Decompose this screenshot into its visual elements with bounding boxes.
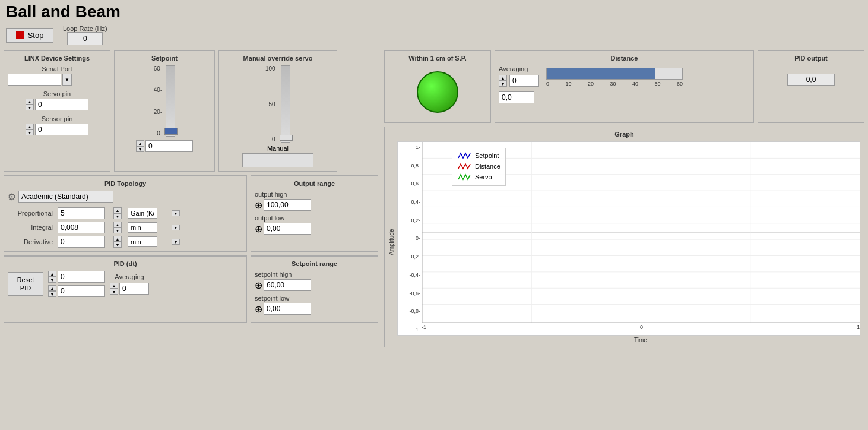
graph-y-label: Amplitude (388, 141, 395, 343)
servo-pin-input[interactable] (35, 99, 88, 110)
setpoint-panel: Setpoint 60- 40- 20- 0- ▲ ▼ (114, 50, 215, 172)
integral-down[interactable]: ▼ (113, 227, 122, 233)
averaging-up-pid-dt[interactable]: ▲ (110, 283, 118, 289)
pid-output-title: PID output (762, 55, 860, 62)
gain-dropdown[interactable]: ▼ (172, 210, 180, 216)
setpoint-high-input[interactable] (264, 279, 311, 291)
distance-bar-ticks: 0 10 20 30 40 50 60 (546, 81, 683, 87)
integral-unit-dropdown[interactable]: ▼ (172, 225, 180, 230)
distance-panel: Distance Averaging ▲ ▼ (495, 50, 754, 123)
app-title: Ball and Beam (6, 2, 862, 21)
output-range-panel: Output range output high ⊕ output low ⊕ (251, 175, 378, 252)
derivative-unit-dropdown[interactable]: ▼ (172, 239, 180, 245)
integral-input[interactable] (58, 222, 105, 233)
setpoint-value-down[interactable]: ▼ (136, 146, 144, 152)
legend-distance-label: Distance (475, 163, 500, 170)
distance-title: Distance (499, 55, 750, 62)
sensor-pin-down[interactable]: ▼ (26, 129, 34, 135)
proportional-input[interactable] (58, 207, 105, 219)
pid-dt-2-up[interactable]: ▲ (48, 285, 56, 291)
graph-area: 1- 0,8- 0,6- 0,4- 0,2- 0- -0,2- -0,4- -0… (397, 141, 860, 336)
setpoint-slider[interactable] (166, 65, 175, 137)
pid-dt-1-up[interactable]: ▲ (48, 271, 56, 277)
proportional-label: Proportional (8, 210, 55, 217)
manual-toggle-button[interactable] (242, 153, 313, 167)
setpoint-value-input[interactable] (145, 140, 193, 152)
manual-servo-y-labels: 100- 50- 0- (265, 65, 277, 143)
graph-title: Graph (388, 131, 860, 138)
manual-servo-panel: Manual override servo 100- 50- 0- Manual (218, 50, 337, 172)
serial-port-dropdown[interactable]: ▼ (62, 74, 72, 86)
setpoint-low-icon: ⊕ (255, 303, 262, 315)
output-low-input[interactable] (264, 223, 311, 235)
loop-rate-label: Loop Rate (Hz) (63, 25, 107, 32)
sensor-pin-input[interactable] (35, 124, 88, 135)
manual-servo-slider[interactable] (281, 65, 290, 143)
manual-label: Manual (223, 145, 333, 152)
graph-legend: Setpoint Distance (452, 148, 506, 186)
derivative-up[interactable]: ▲ (113, 236, 122, 242)
within-sp-title: Within 1 cm of S.P. (408, 55, 467, 62)
topology-select[interactable] (18, 191, 113, 203)
within-sp-led (417, 71, 458, 113)
distance-bar-fill (547, 68, 655, 79)
sensor-pin-up[interactable]: ▲ (26, 124, 34, 129)
serial-port-label: Serial Port (8, 65, 106, 72)
proportional-up[interactable]: ▲ (113, 207, 122, 213)
graph-x-axis: -1 0 1 (422, 323, 860, 335)
pid-dt-2-input[interactable] (58, 285, 105, 297)
setpoint-value-up[interactable]: ▲ (136, 140, 144, 146)
linx-device-title: LINX Device Settings (8, 55, 106, 62)
topology-icon: ⚙ (8, 191, 16, 203)
distance-avg-input[interactable] (509, 75, 539, 87)
distance-bar (546, 68, 683, 80)
integral-unit-input[interactable] (128, 222, 157, 233)
servo-pin-down[interactable]: ▼ (26, 105, 34, 110)
pid-output-value (787, 74, 835, 86)
pid-dt-2-down[interactable]: ▼ (48, 291, 56, 297)
pid-dt-title: PID (dt) (8, 260, 243, 267)
derivative-unit-input[interactable] (128, 236, 157, 247)
servo-pin-up[interactable]: ▲ (26, 99, 34, 105)
pid-dt-panel: PID (dt) ResetPID ▲ ▼ ▲ (4, 255, 247, 322)
distance-avg-down[interactable]: ▼ (499, 81, 507, 87)
averaging-down-pid-dt[interactable]: ▼ (110, 289, 118, 295)
gain-label-input[interactable] (128, 208, 157, 219)
pid-topology-title: PID Topology (8, 180, 243, 187)
averaging-input-pid-dt[interactable] (119, 283, 149, 295)
pid-dt-1-down[interactable]: ▼ (48, 277, 56, 283)
setpoint-low-label: setpoint low (255, 295, 374, 302)
output-high-input[interactable] (264, 199, 311, 211)
distance-averaging-label: Averaging (499, 65, 539, 72)
legend-servo-label: Servo (475, 173, 492, 181)
legend-distance: Distance (457, 162, 500, 171)
integral-up[interactable]: ▲ (113, 222, 122, 227)
setpoint-y-labels: 60- 40- 20- 0- (154, 65, 162, 137)
pid-output-panel: PID output (758, 50, 864, 123)
integral-label: Integral (8, 224, 55, 231)
graph-panel: Graph Amplitude 1- 0,8- 0,6- 0,4- 0,2- 0… (384, 127, 864, 347)
setpoint-title: Setpoint (118, 55, 211, 62)
within-sp-panel: Within 1 cm of S.P. (384, 50, 491, 123)
setpoint-low-input[interactable] (264, 303, 311, 315)
stop-label: Stop (28, 31, 44, 40)
legend-setpoint-label: Setpoint (475, 152, 499, 159)
distance-avg-up[interactable]: ▲ (499, 75, 507, 81)
reset-pid-button[interactable]: ResetPID (8, 272, 43, 296)
loop-rate-input[interactable] (67, 32, 103, 45)
serial-port-input[interactable] (8, 74, 61, 86)
graph-x-label: Time (397, 337, 860, 343)
setpoint-high-icon: ⊕ (255, 280, 262, 291)
derivative-input[interactable] (58, 236, 105, 248)
manual-servo-title: Manual override servo (223, 55, 333, 62)
output-low-icon: ⊕ (255, 223, 262, 235)
pid-dt-1-input[interactable] (58, 271, 105, 283)
legend-servo: Servo (457, 172, 500, 182)
stop-indicator-icon (16, 31, 24, 39)
stop-button[interactable]: Stop (6, 28, 53, 43)
derivative-down[interactable]: ▼ (113, 242, 122, 248)
servo-pin-label: Servo pin (8, 90, 106, 97)
proportional-down[interactable]: ▼ (113, 213, 122, 219)
setpoint-high-label: setpoint high (255, 271, 374, 278)
linx-device-panel: LINX Device Settings Serial Port ▼ Servo… (4, 50, 110, 172)
